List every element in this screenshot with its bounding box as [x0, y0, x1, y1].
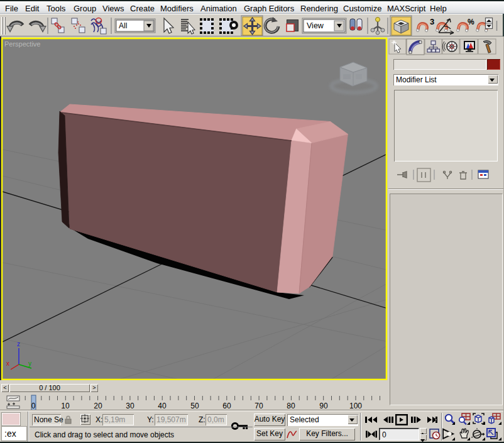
svg-text:All: All	[119, 21, 127, 30]
svg-text:50: 50	[190, 402, 199, 410]
svg-text:90: 90	[319, 402, 328, 410]
svg-text:z: z	[17, 341, 20, 347]
svg-text:20: 20	[94, 402, 102, 410]
svg-text:%: %	[468, 18, 474, 26]
svg-text:30: 30	[126, 402, 134, 410]
svg-text:80: 80	[287, 402, 295, 410]
svg-text:Perspective: Perspective	[4, 40, 40, 48]
svg-text:70: 70	[255, 402, 263, 410]
svg-text:3: 3	[430, 17, 434, 26]
svg-text:60: 60	[222, 402, 231, 410]
svg-text:40: 40	[158, 402, 167, 410]
svg-text:100: 100	[349, 402, 362, 410]
svg-text:10: 10	[61, 402, 70, 410]
svg-text:0: 0	[31, 402, 36, 410]
svg-text:x: x	[6, 360, 9, 367]
svg-text:y: y	[28, 360, 31, 367]
svg-text:View: View	[307, 21, 324, 30]
